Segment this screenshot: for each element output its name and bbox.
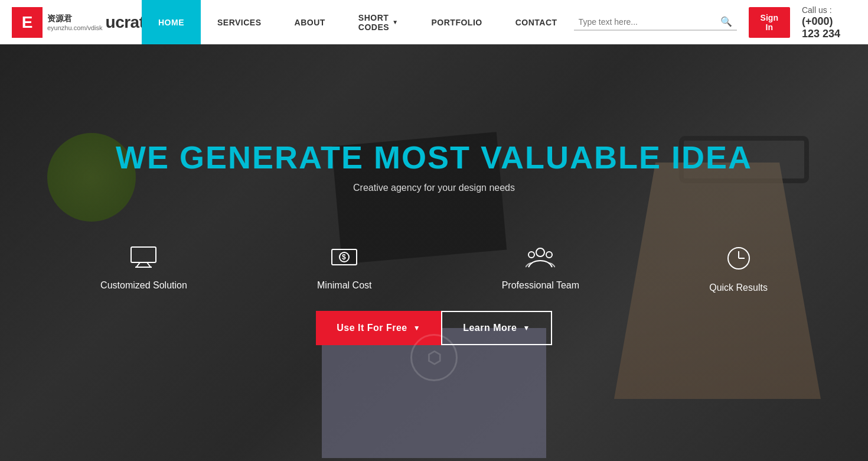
feature-cost: $ Minimal Cost	[317, 246, 371, 293]
call-label: Call us :	[802, 5, 832, 15]
nav-portfolio[interactable]: PORTFOLIO	[415, 0, 499, 44]
logo-url: eyunzhu.com/vdisk	[47, 24, 103, 31]
use-arrow-icon: ▼	[413, 324, 420, 332]
logo-area: E 资源君 eyunzhu.com/vdisk ucrative	[12, 7, 142, 38]
header-actions: Sign In Call us : (+000) 123 234	[737, 5, 856, 40]
logo-icon: E	[12, 7, 43, 38]
svg-text:$: $	[342, 253, 346, 261]
main-nav: HOME SERVICES ABOUT SHORT CODES ▼ PORTFO…	[142, 0, 574, 44]
call-info: Call us : (+000) 123 234	[802, 5, 844, 40]
svg-line-2	[147, 262, 151, 267]
hero-content: WE GENERATE MOST VALUABLE IDEA Creative …	[0, 44, 868, 461]
hero-highlight: IDEA	[671, 139, 752, 175]
learn-arrow-icon: ▼	[523, 324, 530, 332]
watermark-icon: ⬡	[410, 334, 458, 381]
money-icon: $	[331, 246, 357, 273]
signin-button[interactable]: Sign In	[749, 7, 790, 38]
nav-short-codes[interactable]: SHORT CODES ▼	[342, 0, 415, 44]
nav-about[interactable]: ABOUT	[278, 0, 342, 44]
center-watermark: ⬡	[410, 334, 458, 381]
hero-section: ⬡ WE GENERATE MOST VALUABLE IDEA Creativ…	[0, 44, 868, 461]
feature-customized: Customized Solution	[100, 246, 187, 293]
svg-line-1	[136, 262, 140, 267]
logo-chinese: 资源君	[47, 14, 103, 24]
short-codes-dropdown-icon: ▼	[392, 19, 398, 25]
team-icon	[526, 246, 555, 273]
features-row: Customized Solution $ Minimal Cost	[0, 246, 868, 293]
nav-home[interactable]: HOME	[142, 0, 201, 44]
feature-team-label: Professional Team	[502, 280, 579, 291]
svg-point-9	[546, 252, 552, 258]
svg-rect-0	[131, 247, 156, 262]
nav-services[interactable]: SERVICES	[201, 0, 278, 44]
hero-title: WE GENERATE MOST VALUABLE IDEA Creative …	[116, 139, 752, 193]
call-number: (+000) 123 234	[802, 15, 840, 40]
search-button[interactable]: 🔍	[720, 16, 732, 27]
feature-cost-label: Minimal Cost	[317, 280, 371, 291]
search-input[interactable]	[579, 17, 720, 27]
learn-more-button[interactable]: Learn More ▼	[441, 311, 552, 345]
header: E 资源君 eyunzhu.com/vdisk ucrative HOME SE…	[0, 0, 868, 44]
feature-customized-label: Customized Solution	[100, 280, 187, 291]
feature-team: Professional Team	[502, 246, 579, 293]
feature-results-label: Quick Results	[709, 283, 768, 293]
logo-text: 资源君 eyunzhu.com/vdisk	[47, 14, 103, 31]
svg-point-8	[528, 252, 534, 258]
feature-results: Quick Results	[709, 246, 768, 293]
hero-subtitle: Creative agency for your design needs	[116, 183, 752, 193]
clock-icon	[727, 246, 750, 275]
search-area: 🔍	[574, 14, 737, 31]
svg-point-7	[536, 248, 544, 257]
nav-contact[interactable]: CONTACT	[499, 0, 574, 44]
hero-heading: WE GENERATE MOST VALUABLE IDEA	[116, 139, 752, 176]
monitor-icon	[130, 246, 156, 273]
